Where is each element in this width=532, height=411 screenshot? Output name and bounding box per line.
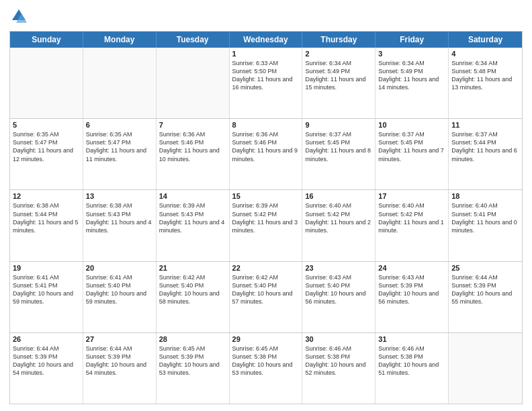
cell-info: Sunrise: 6:37 AM Sunset: 5:45 PM Dayligh… bbox=[305, 130, 372, 163]
calendar-cell-day-18: 18Sunrise: 6:40 AM Sunset: 5:41 PM Dayli… bbox=[449, 190, 522, 261]
calendar-cell-day-22: 22Sunrise: 6:42 AM Sunset: 5:40 PM Dayli… bbox=[230, 262, 303, 332]
cell-info: Sunrise: 6:36 AM Sunset: 5:46 PM Dayligh… bbox=[232, 130, 300, 163]
day-number: 13 bbox=[86, 192, 153, 200]
cell-info: Sunrise: 6:45 AM Sunset: 5:39 PM Dayligh… bbox=[159, 345, 226, 377]
day-number: 28 bbox=[159, 335, 226, 343]
day-number: 1 bbox=[232, 50, 300, 58]
day-number: 18 bbox=[451, 192, 519, 200]
day-number: 26 bbox=[13, 335, 80, 343]
cell-info: Sunrise: 6:42 AM Sunset: 5:40 PM Dayligh… bbox=[159, 273, 226, 306]
calendar-cell-day-13: 13Sunrise: 6:38 AM Sunset: 5:43 PM Dayli… bbox=[83, 190, 157, 261]
day-number: 29 bbox=[232, 335, 300, 343]
day-number: 14 bbox=[159, 192, 226, 200]
cell-info: Sunrise: 6:36 AM Sunset: 5:46 PM Dayligh… bbox=[159, 130, 226, 163]
day-number: 7 bbox=[159, 121, 226, 129]
calendar-cell-day-15: 15Sunrise: 6:39 AM Sunset: 5:42 PM Dayli… bbox=[230, 190, 303, 261]
day-number: 31 bbox=[378, 335, 445, 343]
logo-icon bbox=[9, 7, 28, 26]
calendar-cell-day-19: 19Sunrise: 6:41 AM Sunset: 5:41 PM Dayli… bbox=[10, 262, 83, 332]
cell-info: Sunrise: 6:37 AM Sunset: 5:45 PM Dayligh… bbox=[378, 130, 445, 163]
day-number: 5 bbox=[13, 121, 80, 129]
calendar-cell-day-9: 9Sunrise: 6:37 AM Sunset: 5:45 PM Daylig… bbox=[302, 119, 375, 189]
header bbox=[9, 7, 523, 26]
logo bbox=[9, 7, 31, 26]
cell-info: Sunrise: 6:40 AM Sunset: 5:41 PM Dayligh… bbox=[451, 201, 519, 234]
calendar-cell-empty bbox=[83, 48, 157, 118]
calendar-cell-day-1: 1Sunrise: 6:33 AM Sunset: 5:50 PM Daylig… bbox=[230, 48, 303, 118]
cell-info: Sunrise: 6:41 AM Sunset: 5:41 PM Dayligh… bbox=[13, 273, 80, 306]
cell-info: Sunrise: 6:46 AM Sunset: 5:38 PM Dayligh… bbox=[378, 345, 445, 377]
cell-info: Sunrise: 6:38 AM Sunset: 5:43 PM Dayligh… bbox=[86, 201, 153, 234]
calendar-cell-day-28: 28Sunrise: 6:45 AM Sunset: 5:39 PM Dayli… bbox=[157, 333, 230, 404]
header-day-thursday: Thursday bbox=[302, 32, 375, 48]
calendar-cell-day-17: 17Sunrise: 6:40 AM Sunset: 5:42 PM Dayli… bbox=[375, 190, 449, 261]
cell-info: Sunrise: 6:34 AM Sunset: 5:49 PM Dayligh… bbox=[378, 59, 445, 92]
calendar-cell-day-10: 10Sunrise: 6:37 AM Sunset: 5:45 PM Dayli… bbox=[375, 119, 449, 189]
calendar-cell-day-12: 12Sunrise: 6:38 AM Sunset: 5:44 PM Dayli… bbox=[10, 190, 83, 261]
cell-info: Sunrise: 6:34 AM Sunset: 5:48 PM Dayligh… bbox=[451, 59, 519, 92]
calendar-cell-day-24: 24Sunrise: 6:43 AM Sunset: 5:39 PM Dayli… bbox=[375, 262, 449, 332]
header-day-monday: Monday bbox=[83, 32, 157, 48]
day-number: 30 bbox=[305, 335, 372, 343]
cell-info: Sunrise: 6:46 AM Sunset: 5:38 PM Dayligh… bbox=[305, 345, 372, 377]
calendar-cell-day-23: 23Sunrise: 6:43 AM Sunset: 5:40 PM Dayli… bbox=[302, 262, 375, 332]
day-number: 10 bbox=[378, 121, 445, 129]
day-number: 15 bbox=[232, 192, 300, 200]
calendar-cell-day-2: 2Sunrise: 6:34 AM Sunset: 5:49 PM Daylig… bbox=[302, 48, 375, 118]
day-number: 20 bbox=[86, 264, 153, 272]
day-number: 9 bbox=[305, 121, 372, 129]
cell-info: Sunrise: 6:40 AM Sunset: 5:42 PM Dayligh… bbox=[378, 201, 445, 234]
day-number: 3 bbox=[378, 50, 445, 58]
calendar-cell-day-8: 8Sunrise: 6:36 AM Sunset: 5:46 PM Daylig… bbox=[230, 119, 303, 189]
calendar-row-2: 5Sunrise: 6:35 AM Sunset: 5:47 PM Daylig… bbox=[10, 118, 522, 189]
header-day-saturday: Saturday bbox=[449, 32, 522, 48]
calendar-cell-day-25: 25Sunrise: 6:44 AM Sunset: 5:39 PM Dayli… bbox=[449, 262, 522, 332]
header-day-sunday: Sunday bbox=[10, 32, 83, 48]
cell-info: Sunrise: 6:43 AM Sunset: 5:40 PM Dayligh… bbox=[305, 273, 372, 306]
header-day-tuesday: Tuesday bbox=[157, 32, 230, 48]
cell-info: Sunrise: 6:44 AM Sunset: 5:39 PM Dayligh… bbox=[451, 273, 519, 306]
cell-info: Sunrise: 6:43 AM Sunset: 5:39 PM Dayligh… bbox=[378, 273, 445, 306]
day-number: 6 bbox=[86, 121, 153, 129]
cell-info: Sunrise: 6:35 AM Sunset: 5:47 PM Dayligh… bbox=[13, 130, 80, 163]
day-number: 27 bbox=[86, 335, 153, 343]
calendar-cell-day-11: 11Sunrise: 6:37 AM Sunset: 5:44 PM Dayli… bbox=[449, 119, 522, 189]
calendar-cell-day-5: 5Sunrise: 6:35 AM Sunset: 5:47 PM Daylig… bbox=[10, 119, 83, 189]
cell-info: Sunrise: 6:44 AM Sunset: 5:39 PM Dayligh… bbox=[86, 345, 153, 377]
calendar-header: SundayMondayTuesdayWednesdayThursdayFrid… bbox=[10, 32, 522, 48]
cell-info: Sunrise: 6:44 AM Sunset: 5:39 PM Dayligh… bbox=[13, 345, 80, 377]
calendar-cell-day-31: 31Sunrise: 6:46 AM Sunset: 5:38 PM Dayli… bbox=[375, 333, 449, 404]
day-number: 22 bbox=[232, 264, 300, 272]
day-number: 2 bbox=[305, 50, 372, 58]
day-number: 24 bbox=[378, 264, 445, 272]
day-number: 25 bbox=[451, 264, 519, 272]
calendar-cell-day-6: 6Sunrise: 6:35 AM Sunset: 5:47 PM Daylig… bbox=[83, 119, 157, 189]
cell-info: Sunrise: 6:33 AM Sunset: 5:50 PM Dayligh… bbox=[232, 59, 300, 92]
calendar-cell-day-30: 30Sunrise: 6:46 AM Sunset: 5:38 PM Dayli… bbox=[302, 333, 375, 404]
day-number: 16 bbox=[305, 192, 372, 200]
day-number: 21 bbox=[159, 264, 226, 272]
cell-info: Sunrise: 6:38 AM Sunset: 5:44 PM Dayligh… bbox=[13, 201, 80, 234]
calendar-cell-day-3: 3Sunrise: 6:34 AM Sunset: 5:49 PM Daylig… bbox=[375, 48, 449, 118]
calendar-row-4: 19Sunrise: 6:41 AM Sunset: 5:41 PM Dayli… bbox=[10, 261, 522, 332]
cell-info: Sunrise: 6:40 AM Sunset: 5:42 PM Dayligh… bbox=[305, 201, 372, 234]
calendar-cell-day-4: 4Sunrise: 6:34 AM Sunset: 5:48 PM Daylig… bbox=[449, 48, 522, 118]
page: SundayMondayTuesdayWednesdayThursdayFrid… bbox=[0, 0, 532, 411]
cell-info: Sunrise: 6:45 AM Sunset: 5:38 PM Dayligh… bbox=[232, 345, 300, 377]
cell-info: Sunrise: 6:41 AM Sunset: 5:40 PM Dayligh… bbox=[86, 273, 153, 306]
day-number: 19 bbox=[13, 264, 80, 272]
calendar-cell-empty bbox=[157, 48, 230, 118]
calendar-cell-empty bbox=[449, 333, 522, 404]
calendar-cell-day-7: 7Sunrise: 6:36 AM Sunset: 5:46 PM Daylig… bbox=[157, 119, 230, 189]
calendar-cell-day-14: 14Sunrise: 6:39 AM Sunset: 5:43 PM Dayli… bbox=[157, 190, 230, 261]
cell-info: Sunrise: 6:42 AM Sunset: 5:40 PM Dayligh… bbox=[232, 273, 300, 306]
day-number: 11 bbox=[451, 121, 519, 129]
day-number: 4 bbox=[451, 50, 519, 58]
day-number: 12 bbox=[13, 192, 80, 200]
calendar-cell-day-29: 29Sunrise: 6:45 AM Sunset: 5:38 PM Dayli… bbox=[230, 333, 303, 404]
calendar-cell-day-21: 21Sunrise: 6:42 AM Sunset: 5:40 PM Dayli… bbox=[157, 262, 230, 332]
header-day-friday: Friday bbox=[375, 32, 449, 48]
day-number: 17 bbox=[378, 192, 445, 200]
calendar-row-3: 12Sunrise: 6:38 AM Sunset: 5:44 PM Dayli… bbox=[10, 189, 522, 261]
calendar-cell-day-26: 26Sunrise: 6:44 AM Sunset: 5:39 PM Dayli… bbox=[10, 333, 83, 404]
